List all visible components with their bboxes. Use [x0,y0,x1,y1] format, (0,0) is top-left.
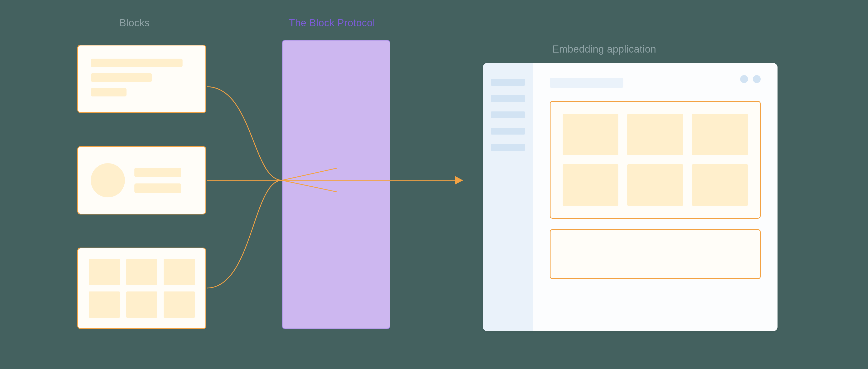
grid-cell [563,164,618,206]
grid-cell [89,259,120,285]
placeholder-line [91,59,183,67]
window-dot-icon [740,75,748,83]
embedding-app-label: Embedding application [552,44,656,55]
block-avatar [77,146,206,214]
connector-path [207,87,282,180]
app-window [483,63,777,331]
sidebar-item [491,111,525,118]
grid-cell [164,292,195,318]
protocol-panel [282,40,390,329]
sidebar-item [491,79,525,86]
app-heading-placeholder [550,78,623,88]
sidebar-item [491,144,525,151]
grid-cell [89,292,120,318]
window-controls-icon [740,75,761,83]
placeholder-line [91,73,152,82]
block-grid [77,247,206,329]
blocks-column-label: Blocks [119,18,150,29]
app-content [533,63,777,331]
placeholder-line [134,168,181,177]
placeholder-line [134,183,181,193]
placeholder-line [91,88,126,96]
sidebar-item [491,95,525,102]
window-dot-icon [753,75,761,83]
avatar-placeholder-icon [91,163,125,197]
grid-cell [126,292,158,318]
embedded-block-empty [550,229,761,279]
connector-path [207,180,282,288]
block-text-lines [77,45,206,113]
arrowhead-icon [455,176,463,184]
grid-cell [627,164,683,206]
diagram-canvas: Blocks The Block Protocol [0,0,868,369]
grid-cell [563,114,618,155]
grid-cell [627,114,683,155]
grid-cell [692,164,748,206]
embedded-block-grid [550,101,761,219]
sidebar-item [491,128,525,135]
grid-cell [126,259,158,285]
app-sidebar [483,63,533,331]
grid-cell [164,259,195,285]
grid-cell [692,114,748,155]
protocol-column-label: The Block Protocol [289,18,375,29]
